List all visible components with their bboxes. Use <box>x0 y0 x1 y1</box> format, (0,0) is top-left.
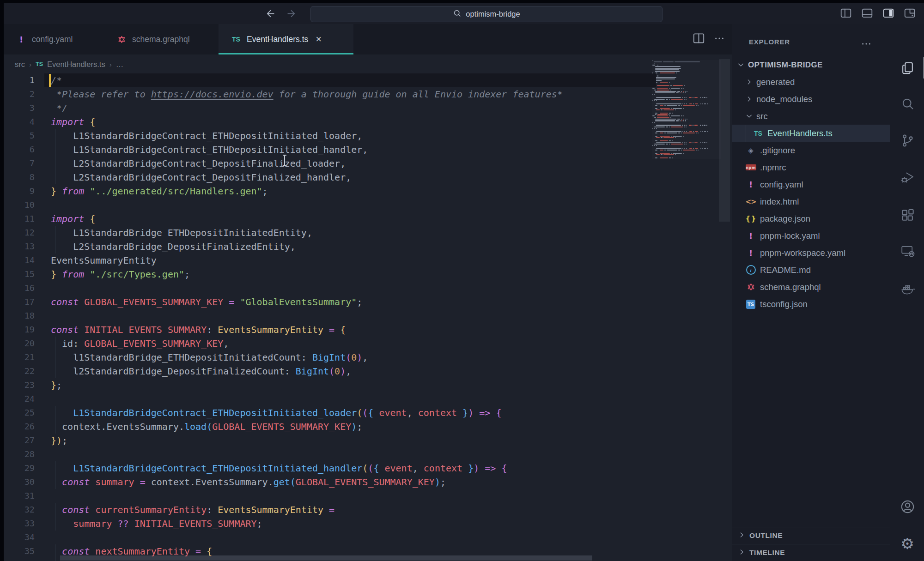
code-line[interactable]: 23}; <box>4 378 656 392</box>
code-line[interactable]: 18 <box>4 309 656 323</box>
activity-explorer-button[interactable] <box>890 55 924 81</box>
line-number: 29 <box>4 461 35 475</box>
breadcrumb-symbol[interactable]: … <box>116 60 124 69</box>
code-line[interactable]: 33 summary ?? INITIAL_EVENTS_SUMMARY; <box>4 517 656 531</box>
code-line[interactable]: 27}); <box>4 434 656 447</box>
activity-search-button[interactable] <box>890 90 924 116</box>
file-config-yaml[interactable]: !config.yaml <box>732 176 890 193</box>
command-center-search[interactable]: optimism-bridge <box>310 6 663 22</box>
minimap-line <box>652 103 721 104</box>
tab-config-yaml[interactable]: !config.yaml <box>4 24 104 54</box>
code-line[interactable]: 20 id: GLOBAL_EVENTS_SUMMARY_KEY, <box>4 337 656 350</box>
code-line[interactable]: 15} from "./src/Types.gen"; <box>4 267 656 281</box>
breadcrumb-file[interactable]: EventHandlers.ts <box>47 60 105 69</box>
title-bar: optimism-bridge <box>4 3 924 24</box>
code-line[interactable]: 10 <box>4 198 656 212</box>
code-line[interactable]: 17const GLOBAL_EVENTS_SUMMARY_KEY = "Glo… <box>4 295 656 309</box>
file-package-json[interactable]: { }package.json <box>732 210 890 227</box>
toggle-panel-icon[interactable] <box>861 7 873 19</box>
split-editor-icon[interactable] <box>693 32 705 47</box>
code-line[interactable]: 22 l2StandardBridge_DepositFinalizedCoun… <box>4 364 656 378</box>
code-text: const INITIAL_EVENTS_SUMMARY: EventsSumm… <box>51 323 346 337</box>
code-line[interactable]: 34 <box>4 531 656 544</box>
folder-src[interactable]: src <box>732 108 890 125</box>
more-actions-icon[interactable] <box>714 33 724 45</box>
activity-extensions-button[interactable] <box>890 203 924 229</box>
code-line[interactable]: 14EventsSummaryEntity <box>4 253 656 267</box>
line-number: 31 <box>4 489 35 503</box>
code-line[interactable]: 25 L1StandardBridgeContract_ETHDepositIn… <box>4 406 656 420</box>
nav-back-button[interactable] <box>265 8 276 19</box>
code-line[interactable]: 4import { <box>4 115 656 129</box>
activity-run-debug-button[interactable] <box>890 164 924 190</box>
file-schema-graphql[interactable]: schema.graphql <box>732 278 890 296</box>
code-text: }); <box>51 434 67 447</box>
code-line[interactable]: 31 <box>4 489 656 503</box>
code-line[interactable]: 32 const currentSummaryEntity: EventsSum… <box>4 503 656 517</box>
toggle-secondary-sidebar-icon[interactable] <box>882 7 894 19</box>
code-line[interactable]: 24 <box>4 392 656 406</box>
code-line[interactable]: 1/* <box>4 73 656 87</box>
code-line[interactable]: 2 *Please refer to https://docs.envio.de… <box>4 87 656 101</box>
nav-forward-button[interactable] <box>286 8 297 19</box>
file--gitignore[interactable]: ◈.gitignore <box>732 142 890 159</box>
vscode-window: optimism-bridge !config.yamlschema.graph… <box>4 3 924 561</box>
code-editor[interactable]: 1/*2 *Please refer to https://docs.envio… <box>4 73 656 561</box>
code-line[interactable]: 3 */ <box>4 101 656 115</box>
tab-schema-graphql[interactable]: schema.graphql <box>104 24 219 54</box>
tab-label: schema.graphql <box>132 35 190 44</box>
editor-actions <box>693 24 724 54</box>
breadcrumb-folder[interactable]: src <box>15 60 25 69</box>
activity-docker-button[interactable] <box>890 276 924 302</box>
file-eventhandlers-ts[interactable]: TSEventHandlers.ts <box>732 125 890 142</box>
code-line[interactable]: 5 L1StandardBridgeContract_ETHDepositIni… <box>4 129 656 143</box>
activity-settings-button[interactable]: ⚙ <box>890 531 924 556</box>
minimap-line <box>652 131 721 132</box>
file--npmrc[interactable]: npm.npmrc <box>732 159 890 176</box>
code-line[interactable]: 26 context.EventsSummary.load(GLOBAL_EVE… <box>4 420 656 434</box>
folder-node-modules[interactable]: node_modules <box>732 90 890 108</box>
code-line[interactable]: 28 <box>4 447 656 461</box>
file-pnpm-workspace-yaml[interactable]: !pnpm-workspace.yaml <box>732 244 890 261</box>
minimap[interactable] <box>652 60 721 159</box>
minimap-line <box>652 85 721 86</box>
timeline-section-header[interactable]: TIMELINE <box>732 544 890 561</box>
code-line[interactable]: 8 L2StandardBridgeContract_DepositFinali… <box>4 170 656 184</box>
code-line[interactable]: 7 L2StandardBridgeContract_DepositFinali… <box>4 157 656 170</box>
toggle-primary-sidebar-icon[interactable] <box>840 7 852 19</box>
activity-accounts-button[interactable] <box>890 494 924 519</box>
line-number: 10 <box>4 198 35 212</box>
minimap-line <box>652 129 721 130</box>
code-line[interactable]: 19const INITIAL_EVENTS_SUMMARY: EventsSu… <box>4 323 656 337</box>
folder-generated[interactable]: generated <box>732 73 890 90</box>
code-line[interactable]: 12 L1StandardBridge_ETHDepositInitiatedE… <box>4 226 656 240</box>
code-line[interactable]: 9} from "../generated/src/Handlers.gen"; <box>4 184 656 198</box>
code-line[interactable]: 16 <box>4 281 656 295</box>
activity-source-control-button[interactable] <box>890 127 924 153</box>
code-text: summary ?? INITIAL_EVENTS_SUMMARY; <box>51 517 262 531</box>
customize-layout-icon[interactable] <box>904 7 916 19</box>
vertical-scrollbar[interactable] <box>719 59 730 222</box>
minimap-line <box>652 133 721 133</box>
close-icon[interactable]: × <box>316 34 322 44</box>
code-line[interactable]: 21 l1StandardBridge_ETHDepositInitiatedC… <box>4 350 656 364</box>
code-line[interactable]: 6 L1StandardBridgeContract_ETHDepositIni… <box>4 143 656 157</box>
code-line[interactable]: 11import { <box>4 212 656 226</box>
file-index-html[interactable]: <>index.html <box>732 193 890 210</box>
code-text: */ <box>51 101 67 115</box>
code-line[interactable]: 13 L2StandardBridge_DepositFinalizedEnti… <box>4 240 656 253</box>
views-and-more-actions-icon[interactable] <box>861 39 871 51</box>
breadcrumb[interactable]: src › TS EventHandlers.ts › … <box>15 57 123 71</box>
code-line[interactable]: 30 const summary = context.EventsSummary… <box>4 475 656 489</box>
outline-section-header[interactable]: OUTLINE <box>732 527 890 544</box>
tab-eventhandlers-ts[interactable]: TSEventHandlers.ts× <box>219 24 353 54</box>
minimap-line <box>652 111 721 112</box>
workspace-root-optimism-bridge[interactable]: OPTIMISM-BRIDGE <box>732 56 890 73</box>
activity-remote-explorer-button[interactable] <box>890 238 924 264</box>
file-pnpm-lock-yaml[interactable]: !pnpm-lock.yaml <box>732 227 890 244</box>
code-line[interactable]: 29 L1StandardBridgeContract_ETHDepositIn… <box>4 461 656 475</box>
file-readme-md[interactable]: iREADME.md <box>732 261 890 278</box>
minimap-line <box>652 91 721 92</box>
code-text: import { <box>51 212 95 226</box>
file-tsconfig-json[interactable]: TStsconfig.json <box>732 296 890 313</box>
